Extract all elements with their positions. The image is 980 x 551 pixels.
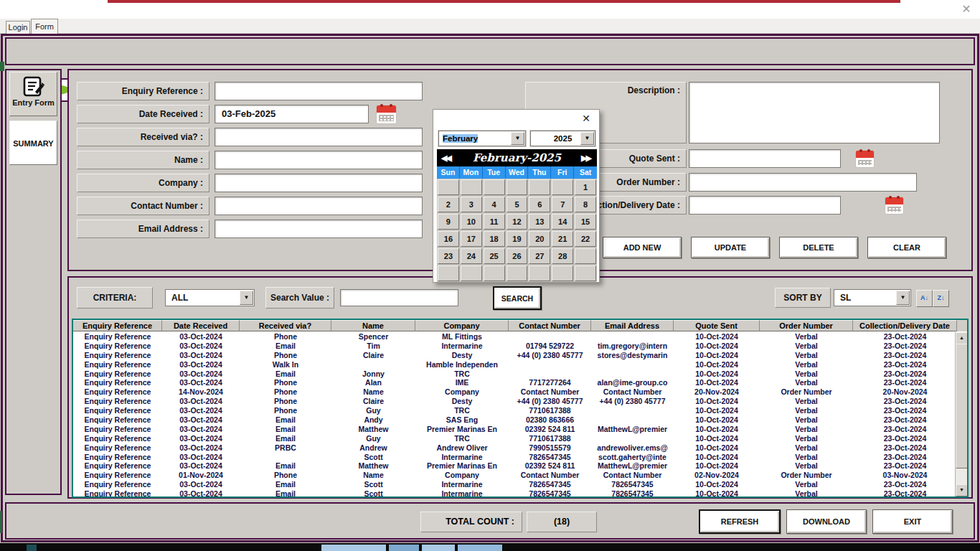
table-row[interactable]: Enquiry Reference03-Oct-2024EmailMatthew… (73, 461, 956, 471)
chevron-down-icon[interactable]: ▼ (896, 291, 910, 305)
collection-delivery-date-input[interactable] (689, 196, 841, 215)
day-cell-22[interactable]: 22 (575, 231, 596, 247)
date-received-picker-icon[interactable] (376, 105, 397, 124)
day-cell-8[interactable]: 8 (575, 197, 596, 212)
footer-button-refresh[interactable]: REFRESH (699, 509, 781, 534)
table-row[interactable]: Enquiry Reference01-Nov-2024PhoneNameCom… (73, 471, 956, 480)
sidebar-entry-form-button[interactable]: Entry Form (9, 72, 57, 116)
field-input[interactable] (215, 174, 423, 192)
table-cell: scott.gaherty@inte (591, 453, 674, 462)
chevron-down-icon[interactable]: ▼ (240, 291, 253, 305)
day-cell-4[interactable]: 4 (484, 197, 505, 212)
action-button-delete[interactable]: DELETE (779, 237, 858, 258)
day-cell-1[interactable]: 1 (575, 179, 596, 195)
calendar-year-dropdown[interactable]: 2025 ▼ (530, 131, 595, 146)
footer-button-download[interactable]: DOWNLOAD (786, 509, 867, 534)
day-cell-17[interactable]: 17 (461, 231, 482, 247)
scrollbar-thumb[interactable] (956, 344, 968, 468)
day-of-week-header: Mon (460, 166, 483, 179)
action-button-add-new[interactable]: ADD NEW (603, 237, 682, 258)
chevron-down-icon[interactable]: ▼ (580, 132, 594, 145)
table-row[interactable]: Enquiry Reference03-Oct-2024EmailScottIn… (73, 480, 956, 489)
day-cell-21[interactable]: 21 (552, 231, 573, 247)
field-input[interactable] (215, 151, 423, 169)
taskbar-item[interactable] (389, 545, 419, 551)
action-button-clear[interactable]: CLEAR (867, 237, 946, 258)
day-cell-15[interactable]: 15 (575, 214, 596, 230)
field-input[interactable] (215, 220, 423, 238)
chevron-down-icon[interactable]: ▼ (511, 132, 524, 145)
action-button-update[interactable]: UPDATE (691, 237, 770, 258)
scroll-up-icon[interactable]: ▲ (956, 332, 968, 344)
tab-form[interactable]: Form (31, 19, 58, 34)
table-row[interactable]: Enquiry Reference03-Oct-2024EmailAndySAS… (73, 415, 956, 425)
table-cell: Verbal (760, 351, 853, 360)
search-input[interactable] (340, 289, 458, 306)
day-cell-10[interactable]: 10 (461, 214, 482, 230)
calendar-close-icon[interactable]: ✕ (580, 113, 593, 124)
sort-descending-icon[interactable]: Z↓ (933, 290, 949, 307)
field-input[interactable]: 03-Feb-2025 (215, 105, 369, 123)
day-cell-12[interactable]: 12 (507, 214, 528, 230)
order-number-input[interactable] (689, 173, 917, 192)
quote-sent-date-picker-icon[interactable] (855, 150, 875, 168)
day-cell-3[interactable]: 3 (461, 197, 482, 212)
day-cell-25[interactable]: 25 (484, 248, 505, 264)
table-row[interactable]: Enquiry Reference03-Oct-2024PhoneAlanIME… (73, 378, 956, 387)
table-row[interactable]: Enquiry Reference03-Oct-2024PhoneGuyTRC7… (73, 406, 956, 415)
sort-ascending-icon[interactable]: A↓ (916, 290, 933, 307)
table-row[interactable]: Enquiry Reference03-Oct-2024ScottInterma… (73, 453, 956, 462)
day-cell-6[interactable]: 6 (529, 197, 550, 212)
day-cell-13[interactable]: 13 (529, 214, 550, 230)
day-cell-27[interactable]: 27 (529, 248, 550, 264)
day-cell-26[interactable]: 26 (507, 248, 528, 264)
sort-by-dropdown[interactable]: SL ▼ (834, 289, 911, 306)
day-cell-23[interactable]: 23 (438, 248, 459, 264)
footer-button-exit[interactable]: EXIT (872, 509, 953, 534)
day-cell-28[interactable]: 28 (552, 248, 573, 264)
titlebar-close-icon[interactable]: ✕ (958, 2, 974, 17)
quote-sent-input[interactable] (689, 149, 841, 168)
field-input[interactable] (215, 82, 423, 100)
day-cell-2[interactable]: 2 (438, 197, 459, 212)
table-row[interactable]: Enquiry Reference03-Oct-2024EmailMatthew… (73, 425, 956, 434)
description-textarea[interactable] (689, 82, 940, 143)
table-row[interactable]: Enquiry Reference14-Nov-2024PhoneNameCom… (73, 387, 956, 397)
day-cell-7[interactable]: 7 (552, 197, 573, 212)
day-cell-9[interactable]: 9 (438, 214, 459, 230)
table-cell: Email (240, 425, 331, 434)
table-row[interactable]: Enquiry Reference03-Oct-2024EmailScottIn… (73, 489, 956, 496)
day-cell-20[interactable]: 20 (529, 231, 550, 247)
day-cell-11[interactable]: 11 (484, 214, 505, 230)
day-cell-14[interactable]: 14 (552, 214, 573, 230)
table-row[interactable]: Enquiry Reference03-Oct-2024EmailJonnyTR… (73, 369, 956, 379)
table-row[interactable]: Enquiry Reference03-Oct-2024PhoneClaireD… (73, 397, 956, 406)
taskbar-item[interactable] (458, 545, 502, 551)
table-row[interactable]: Enquiry Reference03-Oct-2024PhoneSpencer… (73, 332, 956, 342)
table-row[interactable]: Enquiry Reference03-Oct-2024EmailGuyTRC7… (73, 434, 956, 443)
scroll-down-icon[interactable]: ▼ (956, 484, 968, 496)
taskbar-item[interactable] (27, 545, 37, 551)
field-input[interactable] (215, 197, 423, 215)
day-cell-16[interactable]: 16 (438, 231, 459, 247)
day-cell-19[interactable]: 19 (507, 231, 528, 247)
day-cell-18[interactable]: 18 (484, 231, 505, 247)
table-row[interactable]: Enquiry Reference03-Oct-2024PRBCAndrewAn… (73, 443, 956, 453)
table-row[interactable]: Enquiry Reference03-Oct-2024EmailTimInte… (73, 342, 956, 351)
field-input[interactable] (215, 128, 423, 146)
table-vertical-scrollbar[interactable]: ▲ ▼ (955, 332, 967, 496)
criteria-dropdown[interactable]: ALL ▼ (165, 289, 255, 306)
taskbar-item[interactable] (321, 545, 386, 551)
collection-date-picker-icon[interactable] (885, 197, 904, 215)
table-row[interactable]: Enquiry Reference03-Oct-2024PhoneClaireD… (73, 351, 956, 360)
sidebar-summary-button[interactable]: SUMMARY (9, 121, 57, 165)
table-row[interactable]: Enquiry Reference03-Oct-2024Walk InHambl… (73, 360, 956, 369)
calendar-month-dropdown[interactable]: February ▼ (438, 131, 526, 146)
day-cell-5[interactable]: 5 (507, 197, 528, 212)
calendar-next-icon[interactable]: ▶▶ (581, 149, 590, 166)
day-cell-24[interactable]: 24 (461, 248, 482, 264)
tab-login[interactable]: Login (6, 21, 30, 34)
search-button[interactable]: SEARCH (493, 286, 542, 310)
calendar-prev-icon[interactable]: ◀◀ (441, 149, 451, 166)
taskbar-item[interactable] (422, 545, 455, 551)
